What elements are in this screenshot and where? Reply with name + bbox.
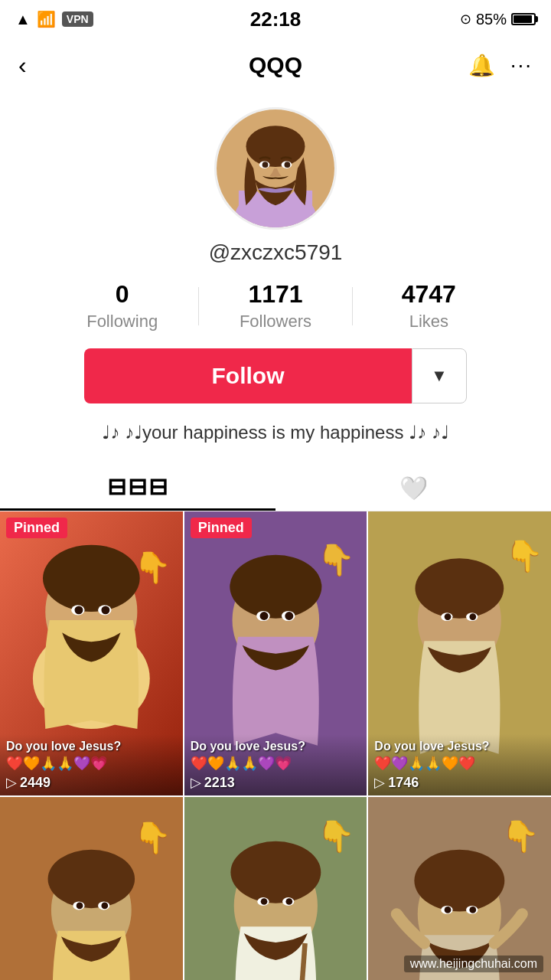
hand-pointer-icon: 👇	[505, 538, 543, 574]
svg-point-45	[260, 898, 267, 905]
bell-icon: 🔔	[468, 53, 495, 78]
svg-point-25	[285, 612, 293, 620]
status-left: ▲ 📶 VPN	[15, 10, 93, 28]
svg-point-42	[230, 841, 321, 903]
svg-point-21	[230, 555, 321, 619]
play-icon: ▷	[6, 774, 17, 791]
video-overlay: Do you love Jesus? ❤️🧡🙏🙏💜💗 ▷ 2449	[0, 734, 183, 795]
followers-label: Followers	[240, 312, 311, 332]
svg-point-38	[77, 903, 83, 910]
follow-button[interactable]: Follow	[84, 348, 412, 403]
follow-row: Follow ▼	[84, 348, 467, 403]
tabs-row: ⊟⊟⊟ 🤍	[0, 465, 551, 511]
play-icon: ▷	[374, 774, 385, 791]
signal-icon: ▲	[15, 11, 31, 28]
pinned-badge: Pinned	[191, 518, 252, 538]
view-count: 2449	[20, 775, 51, 791]
status-right: ⊙ 85%	[460, 11, 536, 28]
grid-icon: ⊟⊟⊟	[107, 473, 169, 500]
chevron-down-icon: ▼	[431, 366, 448, 386]
svg-point-18	[101, 606, 109, 614]
followers-count: 1171	[248, 280, 302, 309]
svg-point-46	[285, 898, 292, 905]
follow-dropdown-button[interactable]: ▼	[412, 348, 467, 403]
following-count: 0	[116, 280, 129, 309]
svg-point-13	[43, 545, 140, 612]
svg-point-35	[48, 850, 135, 908]
video-emojis: ❤️🧡🙏🙏💜💗	[191, 755, 361, 773]
header: ‹ QQQ 🔔 ···	[0, 38, 551, 92]
hand-pointer-icon: 👇	[133, 550, 171, 586]
stat-following[interactable]: 0 Following	[46, 280, 198, 332]
play-icon: ▷	[191, 774, 201, 791]
svg-point-17	[74, 606, 83, 614]
video-emojis: ❤️🧡🙏🙏💜💗	[6, 755, 177, 773]
following-label: Following	[86, 312, 158, 332]
view-count: 1746	[388, 775, 419, 791]
video-caption: Do you love Jesus?	[6, 739, 177, 755]
svg-point-24	[259, 612, 268, 620]
avatar	[214, 107, 337, 230]
notification-bell-button[interactable]: 🔔	[468, 53, 495, 78]
svg-point-5	[246, 126, 305, 167]
battery-percent: 85%	[476, 11, 507, 28]
avatar-image	[217, 109, 334, 227]
status-time: 22:18	[250, 8, 302, 31]
page-title: QQQ	[249, 52, 302, 78]
location-icon: ⊙	[460, 11, 471, 28]
video-emojis: ❤️💜🙏🙏🧡❤️	[374, 755, 545, 773]
more-icon: ···	[510, 53, 533, 77]
profile-section: @zxczxc5791 0 Following 1171 Followers 4…	[0, 92, 551, 446]
wifi-icon: 📶	[37, 10, 56, 28]
header-actions: 🔔 ···	[468, 53, 533, 78]
tab-grid[interactable]: ⊟⊟⊟	[0, 465, 276, 511]
watermark: www.heijingchuhai.com	[404, 956, 543, 972]
pinned-badge: Pinned	[6, 518, 67, 538]
svg-point-53	[445, 906, 452, 913]
hand-pointer-icon: 👇	[133, 820, 171, 856]
hand-pointer-icon: 👇	[317, 818, 355, 854]
svg-point-8	[262, 162, 269, 168]
video-item[interactable]: 👇 Do you love Jesus? ❤️💜🙏🙏🧡❤️ ▷ 1271	[0, 797, 183, 980]
video-caption: Do you love Jesus?	[374, 739, 545, 755]
likes-count: 4747	[402, 280, 456, 309]
svg-point-32	[470, 613, 477, 620]
stat-likes[interactable]: 4747 Likes	[353, 280, 505, 332]
vpn-badge: VPN	[62, 11, 93, 27]
view-count: 2213	[204, 775, 235, 791]
back-button[interactable]: ‹	[18, 51, 27, 80]
tab-liked[interactable]: 🤍	[276, 465, 551, 511]
svg-point-28	[416, 558, 504, 619]
username: @zxczxc5791	[209, 240, 343, 265]
hand-pointer-icon: 👇	[501, 818, 540, 854]
stat-followers[interactable]: 1171 Followers	[199, 280, 351, 332]
hand-pointer-icon: 👇	[317, 542, 355, 578]
video-overlay: Do you love Jesus? ❤️💜🙏🙏🧡❤️ ▷ 1746	[368, 734, 551, 795]
status-bar: ▲ 📶 VPN 22:18 ⊙ 85%	[0, 0, 551, 38]
video-item[interactable]: 👇 Do you love Jesus? ❤️💜🙏🙏🧡❤️ ▷ 1929	[368, 797, 551, 980]
back-icon: ‹	[18, 51, 27, 80]
svg-point-39	[101, 903, 108, 910]
stats-row: 0 Following 1171 Followers 4747 Likes	[46, 280, 505, 332]
video-item[interactable]: 👇 Do you love Jesus? ❤️💜🙏🙏🧡❤️ ▷ 1746	[368, 511, 551, 795]
battery-icon	[511, 13, 536, 25]
more-options-button[interactable]: ···	[510, 53, 533, 77]
video-item[interactable]: Pinned 👇 Do you love Jesus? ❤️🧡🙏🙏💜💗 ▷ 24…	[0, 511, 183, 795]
svg-point-9	[285, 162, 291, 168]
bio: ♩♪ ♪♩your happiness is my happiness ♩♪ ♪…	[79, 419, 472, 446]
video-item[interactable]: Pinned 👇 Do you love Jesus? ❤️🧡🙏🙏💜💗 ▷ 22…	[184, 511, 367, 795]
video-caption: Do you love Jesus?	[191, 739, 361, 755]
video-overlay: Do you love Jesus? ❤️🧡🙏🙏💜💗 ▷ 2213	[184, 734, 367, 795]
likes-label: Likes	[409, 312, 448, 332]
svg-point-50	[415, 850, 505, 912]
video-grid: Pinned 👇 Do you love Jesus? ❤️🧡🙏🙏💜💗 ▷ 24…	[0, 511, 551, 980]
heart-broken-icon: 🤍	[399, 475, 428, 501]
svg-point-31	[445, 613, 452, 620]
video-item[interactable]: 👇 Do you love Jesus? ❤️💜🙏🙏🧡❤️ ▷ 1071	[184, 797, 367, 980]
svg-point-54	[470, 906, 477, 913]
